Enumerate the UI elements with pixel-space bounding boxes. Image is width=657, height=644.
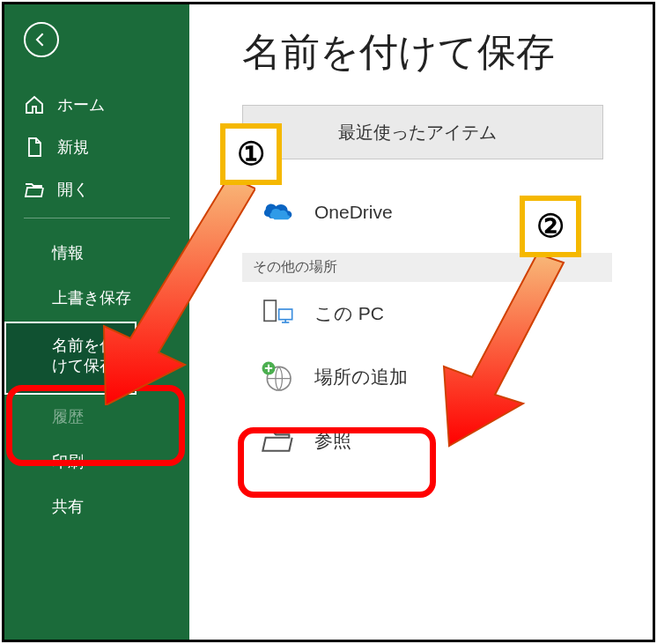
nav-save-label: 上書き保存 bbox=[52, 289, 131, 307]
new-doc-icon bbox=[24, 137, 45, 158]
nav-share-label: 共有 bbox=[52, 498, 84, 515]
backstage-sidebar: ホーム 新規 開く 情報 上書き保存 名前を付けて保存 履歴 印刷 共有 bbox=[4, 4, 189, 640]
home-icon bbox=[24, 94, 45, 115]
folder-open-icon bbox=[24, 179, 45, 200]
add-location-label: 場所の追加 bbox=[314, 365, 408, 389]
nav-open-label: 開く bbox=[57, 179, 89, 200]
nav-save[interactable]: 上書き保存 bbox=[4, 276, 189, 321]
nav-home[interactable]: ホーム bbox=[4, 84, 189, 126]
step-2-text: ② bbox=[536, 208, 565, 245]
nav-print-label: 印刷 bbox=[52, 453, 84, 470]
nav-save-as[interactable]: 名前を付けて保存 bbox=[4, 322, 137, 395]
browse-item[interactable]: 参照 bbox=[242, 409, 653, 472]
nav-info[interactable]: 情報 bbox=[4, 231, 189, 276]
nav-info-label: 情報 bbox=[52, 244, 84, 262]
browse-label: 参照 bbox=[314, 428, 351, 453]
this-pc-label: この PC bbox=[314, 301, 384, 326]
this-pc-icon bbox=[260, 296, 295, 331]
nav-new[interactable]: 新規 bbox=[4, 126, 189, 168]
recent-items-button[interactable]: 最近使ったアイテム bbox=[242, 105, 603, 159]
browse-folder-icon bbox=[260, 423, 295, 458]
step-2-badge: ② bbox=[520, 196, 581, 257]
add-location-item[interactable]: 場所の追加 bbox=[242, 345, 653, 409]
nav-save-as-label: 名前を付けて保存 bbox=[52, 337, 115, 374]
nav-history: 履歴 bbox=[4, 395, 189, 440]
this-pc-item[interactable]: この PC bbox=[242, 282, 653, 345]
step-1-badge: ① bbox=[220, 123, 282, 185]
onedrive-item[interactable]: OneDrive bbox=[242, 181, 653, 244]
recent-items-label: 最近使ったアイテム bbox=[338, 121, 497, 144]
nav-open[interactable]: 開く bbox=[4, 168, 189, 211]
nav-history-label: 履歴 bbox=[52, 408, 84, 426]
back-arrow-icon bbox=[33, 31, 50, 48]
onedrive-label: OneDrive bbox=[314, 202, 393, 223]
back-button[interactable] bbox=[24, 22, 59, 57]
add-location-icon bbox=[260, 359, 295, 395]
nav-home-label: ホーム bbox=[57, 94, 105, 115]
content-pane: 名前を付けて保存 最近使ったアイテム OneDrive その他の場所 この PC… bbox=[189, 4, 653, 640]
page-title: 名前を付けて保存 bbox=[242, 26, 653, 78]
nav-share[interactable]: 共有 bbox=[4, 485, 189, 529]
nav-new-label: 新規 bbox=[57, 137, 89, 158]
svg-rect-1 bbox=[279, 309, 292, 320]
step-1-text: ① bbox=[237, 136, 265, 173]
svg-rect-0 bbox=[264, 300, 276, 321]
nav-print[interactable]: 印刷 bbox=[4, 440, 189, 485]
onedrive-icon bbox=[260, 195, 295, 230]
nav-divider bbox=[24, 218, 170, 218]
